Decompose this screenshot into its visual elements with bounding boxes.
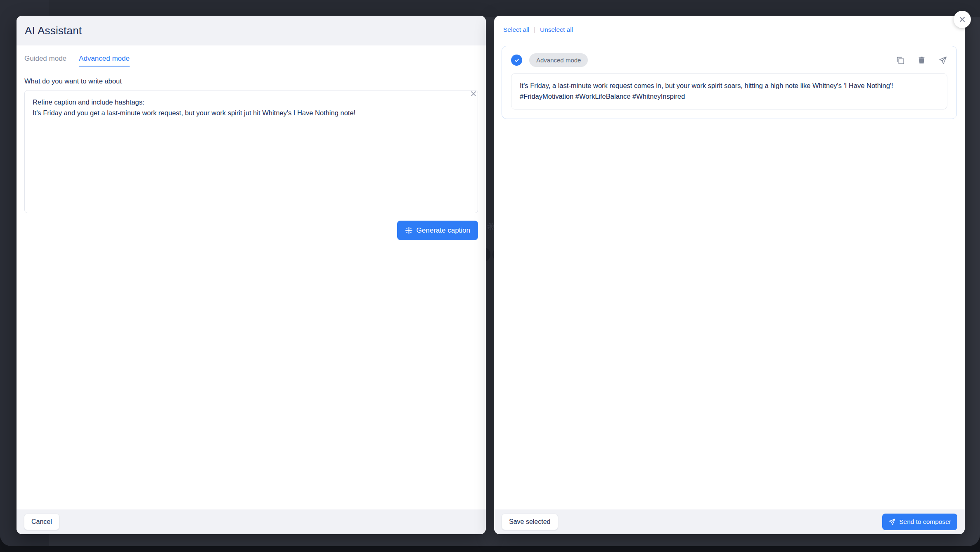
check-icon (514, 57, 520, 63)
trash-icon (917, 56, 926, 64)
mode-badge: Advanced mode (529, 53, 588, 67)
delete-button[interactable] (917, 56, 926, 64)
dialog-footer: Cancel (17, 509, 486, 534)
unselect-all-link[interactable]: Unselect all (540, 26, 573, 33)
send-to-composer-icon-button[interactable] (938, 56, 947, 65)
tab-advanced-mode[interactable]: Advanced mode (79, 55, 130, 67)
prompt-label: What do you want to write about (24, 77, 478, 85)
generated-results-panel: Select all | Unselect all Advanced mode (494, 16, 965, 534)
clear-prompt-icon[interactable] (469, 89, 478, 98)
paper-plane-icon (938, 56, 947, 65)
ai-assistant-dialog: AI Assistant Guided mode Advanced mode W… (17, 16, 486, 534)
selection-controls: Select all | Unselect all (502, 26, 957, 33)
paper-plane-icon (888, 518, 896, 526)
save-selected-button[interactable]: Save selected (502, 514, 558, 530)
close-icon (959, 16, 966, 23)
results-footer: Save selected Send to composer (494, 509, 965, 534)
sparkle-icon (405, 226, 413, 234)
generate-caption-label: Generate caption (417, 226, 470, 235)
screen: AI Assistant Guided mode Advanced mode W… (0, 0, 980, 552)
dialog-header: AI Assistant (17, 16, 486, 45)
background-topbar (0, 0, 980, 17)
dialog-title: AI Assistant (25, 24, 82, 37)
generate-caption-button[interactable]: Generate caption (397, 221, 478, 240)
mode-tabs: Guided mode Advanced mode (24, 55, 478, 67)
generated-caption-text[interactable]: It's Friday, a last-minute work request … (511, 73, 947, 109)
cancel-button[interactable]: Cancel (24, 514, 59, 530)
copy-icon (896, 56, 905, 65)
send-to-composer-button[interactable]: Send to composer (882, 514, 957, 530)
copy-button[interactable] (896, 56, 905, 65)
send-to-composer-label: Send to composer (899, 518, 951, 526)
result-selected-checkbox[interactable] (511, 55, 522, 66)
generated-caption-card: Advanced mode (502, 46, 957, 119)
link-separator: | (534, 26, 535, 33)
select-all-link[interactable]: Select all (503, 26, 529, 33)
prompt-input[interactable]: Refine caption and include hashtags: It'… (24, 90, 478, 213)
tab-guided-mode[interactable]: Guided mode (24, 55, 66, 67)
close-button[interactable] (954, 11, 971, 28)
